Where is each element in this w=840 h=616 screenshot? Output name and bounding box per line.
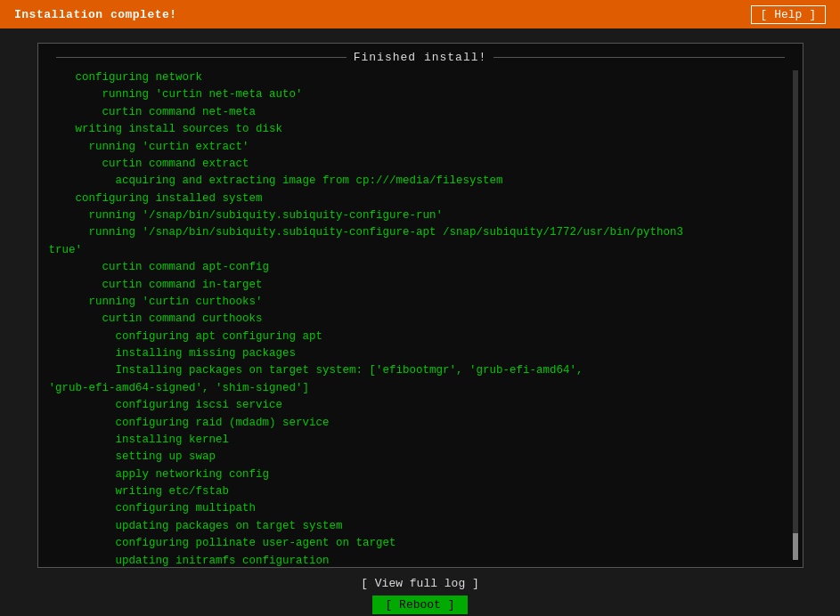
view-log-button[interactable]: [ View full log ] — [354, 575, 486, 592]
reboot-button[interactable]: [ Reboot ] — [372, 596, 467, 614]
scrollbar-thumb — [793, 533, 798, 560]
help-button[interactable]: [ Help ] — [751, 5, 826, 24]
scrollbar[interactable] — [792, 70, 799, 560]
terminal-title: Finished install! — [49, 51, 792, 64]
scrollbar-track — [793, 70, 798, 560]
installation-title: Installation complete! — [14, 8, 177, 21]
top-bar: Installation complete! [ Help ] — [0, 0, 840, 28]
terminal-title-text: Finished install! — [354, 51, 487, 64]
terminal-box: Finished install! configuring network ru… — [37, 43, 803, 568]
bottom-area: [ View full log ] [ Reboot ] — [354, 575, 486, 614]
main-area: Finished install! configuring network ru… — [0, 28, 840, 616]
terminal-content: configuring network running 'curtin net-… — [49, 69, 792, 568]
